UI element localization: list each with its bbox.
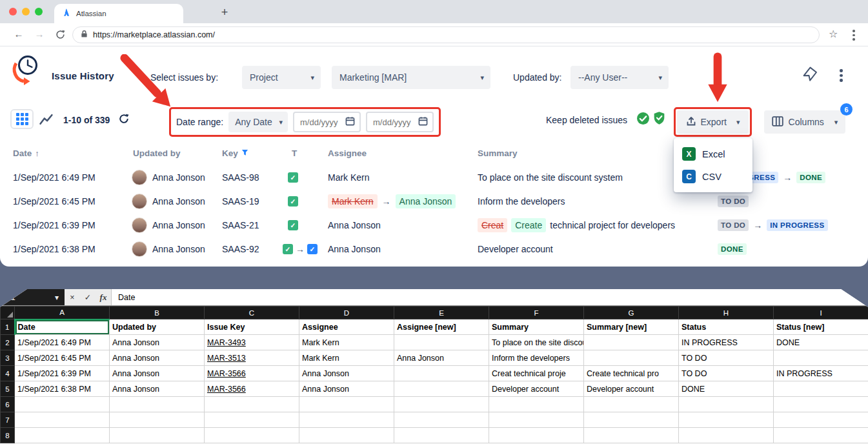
cell[interactable]: Developer account	[584, 381, 679, 397]
cell[interactable]: Status [new]	[774, 319, 868, 335]
date-to-field[interactable]	[366, 112, 434, 132]
cell[interactable]: Assignee	[299, 319, 394, 335]
date-range-dropdown[interactable]: Any Date ▾	[228, 112, 288, 132]
date-to-input[interactable]	[372, 117, 418, 128]
reload-icon[interactable]	[53, 30, 67, 41]
back-icon[interactable]: ←	[12, 28, 26, 39]
cell[interactable]	[299, 397, 394, 412]
cell[interactable]: Creat technical proje	[489, 366, 584, 381]
cell[interactable]	[584, 412, 679, 428]
filter-funnel-icon[interactable]	[241, 148, 248, 158]
row-header[interactable]: 5	[1, 381, 15, 397]
app-menu-icon[interactable]	[840, 69, 843, 82]
cell[interactable]: Assignee [new]	[394, 319, 489, 335]
cell[interactable]: 1/Sep/2021 6:38 PM	[15, 381, 110, 397]
column-header-summary[interactable]: Summary	[478, 148, 518, 158]
column-header-updated-by[interactable]: Updated by	[133, 148, 181, 158]
cell[interactable]	[394, 428, 489, 443]
cell[interactable]	[110, 397, 205, 412]
refresh-icon[interactable]	[119, 114, 129, 126]
calendar-icon[interactable]	[418, 116, 428, 128]
export-menu-item-csv[interactable]: C CSV	[674, 165, 752, 188]
cell[interactable]: IN PROGRESS	[774, 366, 868, 381]
cancel-entry-icon[interactable]: ×	[65, 289, 80, 305]
cell[interactable]	[299, 412, 394, 428]
cell[interactable]	[394, 335, 489, 350]
cell[interactable]	[774, 428, 868, 443]
cell[interactable]: DONE	[774, 335, 868, 350]
row-header[interactable]: 3	[1, 350, 15, 366]
row-header[interactable]: 7	[1, 412, 15, 428]
export-button[interactable]: Export ▾	[677, 110, 749, 134]
cell[interactable]	[15, 412, 110, 428]
cell[interactable]	[679, 412, 774, 428]
cell-link[interactable]: MAR-3513	[205, 350, 299, 366]
cell[interactable]: DONE	[679, 381, 774, 397]
column-header-date[interactable]: Date ↑	[13, 148, 39, 158]
cell[interactable]: Updated by	[110, 319, 205, 335]
cell[interactable]: Anna Jonson	[110, 366, 205, 381]
cell[interactable]: TO DO	[679, 366, 774, 381]
cell[interactable]: Anna Jonson	[299, 381, 394, 397]
keep-deleted-check-icon[interactable]	[636, 112, 650, 128]
cell[interactable]: Anna Jonson	[110, 350, 205, 366]
confirm-entry-icon[interactable]: ✓	[80, 289, 96, 305]
cell-issue-key[interactable]: SAAS-92	[222, 237, 259, 261]
column-header[interactable]: I	[774, 307, 868, 319]
cell[interactable]	[299, 428, 394, 443]
cell-issue-key[interactable]: SAAS-21	[222, 213, 259, 237]
cell[interactable]	[205, 412, 299, 428]
cell[interactable]: Anna Jonson	[110, 335, 205, 350]
cell-link[interactable]: MAR-3566	[205, 366, 299, 381]
minimize-window-button[interactable]	[22, 8, 30, 15]
column-header[interactable]: A	[15, 307, 110, 319]
cell[interactable]: 1/Sep/2021 6:49 PM	[15, 335, 110, 350]
select-all-corner[interactable]	[1, 307, 15, 319]
cell[interactable]	[774, 350, 868, 366]
column-header[interactable]: F	[489, 307, 584, 319]
name-box[interactable]: A1 ▾	[0, 289, 65, 305]
zoom-window-button[interactable]	[35, 8, 43, 15]
table-row[interactable]: 1/Sep/2021 6:45 PM Anna Jonson SAAS-19 ✓…	[0, 189, 868, 213]
cell-issue-key[interactable]: SAAS-98	[222, 165, 259, 189]
bookmark-star-icon[interactable]: ☆	[829, 28, 838, 40]
cell[interactable]: Anna Jonson	[299, 366, 394, 381]
column-header-assignee[interactable]: Assignee	[328, 148, 367, 158]
cell[interactable]	[205, 428, 299, 443]
cell[interactable]: Summary	[489, 319, 584, 335]
select-by-dropdown[interactable]: Project ▾	[242, 66, 321, 89]
cell[interactable]: Anna Jonson	[110, 381, 205, 397]
cell[interactable]	[774, 397, 868, 412]
browser-tab[interactable]: Atlassian	[54, 4, 183, 23]
cell[interactable]: Status	[679, 319, 774, 335]
cell[interactable]	[15, 397, 110, 412]
grid-view-toggle[interactable]	[10, 109, 34, 129]
cell[interactable]	[679, 428, 774, 443]
cell[interactable]	[584, 397, 679, 412]
insert-function-icon[interactable]: fx	[96, 289, 111, 305]
cell[interactable]	[110, 412, 205, 428]
cell[interactable]: IN PROGRESS	[679, 335, 774, 350]
cell[interactable]	[584, 350, 679, 366]
table-row[interactable]: 1/Sep/2021 6:38 PM Anna Jonson SAAS-92 ✓…	[0, 237, 868, 261]
chart-view-toggle[interactable]	[39, 112, 54, 126]
cell[interactable]	[679, 397, 774, 412]
cell[interactable]	[489, 428, 584, 443]
shield-icon[interactable]	[653, 111, 665, 128]
cell[interactable]: To place on the site discount system	[489, 335, 584, 350]
row-header[interactable]: 6	[1, 397, 15, 412]
cell[interactable]: Anna Jonson	[394, 350, 489, 366]
column-header-type[interactable]: T	[292, 148, 297, 158]
cell-link[interactable]: MAR-3566	[205, 381, 299, 397]
cell[interactable]	[774, 381, 868, 397]
formula-input[interactable]: Date	[111, 289, 868, 305]
project-dropdown[interactable]: Marketing [MAR] ▾	[332, 66, 490, 89]
column-header[interactable]: D	[299, 307, 394, 319]
column-header[interactable]: G	[584, 307, 679, 319]
close-window-button[interactable]	[9, 8, 17, 15]
date-from-field[interactable]	[293, 112, 361, 132]
column-header[interactable]: C	[205, 307, 299, 319]
cell[interactable]: Issue Key	[205, 319, 299, 335]
cell[interactable]: Inform the developers	[489, 350, 584, 366]
updated-by-dropdown[interactable]: --Any User-- ▾	[570, 66, 669, 89]
